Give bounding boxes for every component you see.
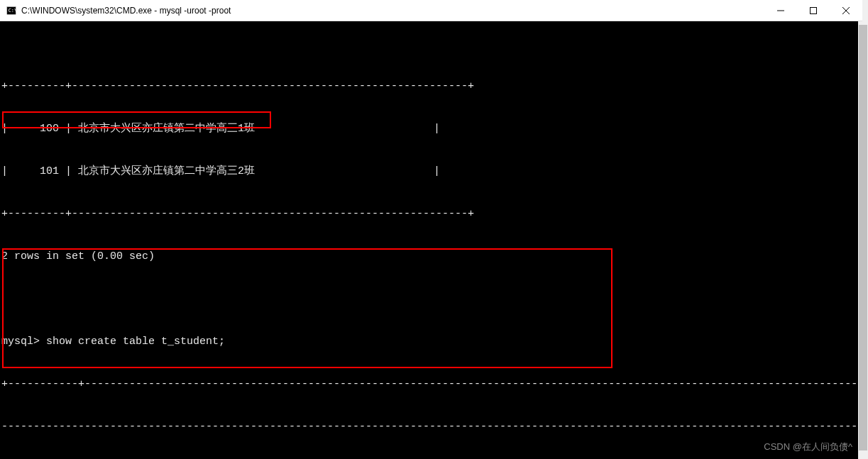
cmd-icon: C:\	[6, 5, 17, 16]
scrollbar[interactable]	[858, 21, 868, 459]
command-line: mysql> show create table t_student;	[1, 335, 862, 349]
maximize-button[interactable]	[797, 0, 830, 21]
terminal-content: +---------+-----------------------------…	[1, 51, 862, 459]
close-button[interactable]	[830, 0, 862, 21]
output-line: +---------+-----------------------------…	[1, 79, 862, 94]
svg-text:C:\: C:\	[9, 7, 16, 13]
minimize-button[interactable]	[764, 0, 797, 21]
output-line: +---------+-----------------------------…	[1, 207, 862, 221]
scrollbar-thumb[interactable]	[859, 25, 867, 450]
window: C:\ C:\WINDOWS\system32\CMD.exe - mysql …	[0, 0, 862, 459]
watermark: CSDN @在人间负债^	[764, 441, 852, 453]
output-line	[1, 292, 862, 306]
output-line: +-----------+---------------------------…	[1, 377, 862, 392]
svg-rect-3	[811, 7, 817, 13]
output-line: 2 rows in set (0.00 sec)	[1, 250, 862, 264]
output-line: | 100 | 北京市大兴区亦庄镇第二中学高三1班 |	[1, 122, 862, 136]
terminal[interactable]: +---------+-----------------------------…	[0, 21, 862, 459]
window-controls	[764, 0, 862, 21]
titlebar: C:\ C:\WINDOWS\system32\CMD.exe - mysql …	[0, 0, 862, 21]
window-title: C:\WINDOWS\system32\CMD.exe - mysql -uro…	[21, 6, 764, 16]
output-line: | 101 | 北京市大兴区亦庄镇第二中学高三2班 |	[1, 165, 862, 179]
output-line: ----------------------------------------…	[1, 420, 862, 434]
